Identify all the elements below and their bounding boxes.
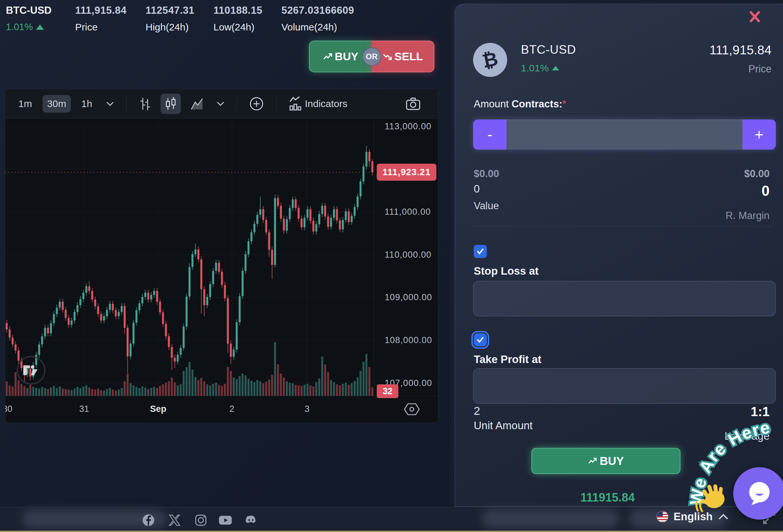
symbol: BTC-USD bbox=[6, 5, 52, 16]
buy-sell-toggle: BUY OR SELL bbox=[309, 41, 434, 72]
buy-toggle-label: BUY bbox=[335, 50, 358, 63]
discord-icon bbox=[244, 514, 258, 526]
discord-link[interactable] bbox=[242, 511, 260, 529]
chart-container: 1m 30m 1h Indicators 111,923.21 32 113,0… bbox=[5, 89, 438, 423]
chat-widget-button[interactable] bbox=[733, 467, 783, 520]
panel-price: 111,915.84 bbox=[710, 43, 772, 57]
chart-plot[interactable] bbox=[5, 119, 374, 396]
panel-price-label: Price bbox=[710, 63, 772, 75]
or-badge: OR bbox=[362, 47, 381, 66]
candles-style-button[interactable] bbox=[160, 94, 181, 114]
price-label: Price bbox=[75, 22, 127, 33]
language-label: English bbox=[674, 510, 713, 523]
toolbar-divider bbox=[276, 96, 277, 112]
chat-bubble-icon bbox=[744, 478, 775, 509]
candlestick-icon bbox=[164, 96, 178, 111]
bars-chart-icon bbox=[138, 97, 151, 111]
price-tick-label: 110,000.00 bbox=[385, 250, 432, 260]
price-axis[interactable]: 111,923.21 32 113,000.00112,000.00111,00… bbox=[374, 119, 438, 396]
close-icon bbox=[748, 10, 761, 23]
volume-label: Volume(24h) bbox=[281, 22, 354, 33]
panel-symbol: BTC-USD bbox=[521, 43, 576, 57]
plus-circle-icon bbox=[249, 96, 264, 112]
stop-loss-label: Stop Loss at bbox=[474, 265, 539, 277]
symbol-block: BTC-USD 1.01% bbox=[6, 5, 52, 33]
close-panel-button[interactable] bbox=[748, 10, 761, 25]
price-tick-label: 111,000.00 bbox=[385, 207, 431, 217]
timeframe-1m[interactable]: 1m bbox=[14, 95, 37, 112]
price-tick-label: 113,000.00 bbox=[385, 122, 432, 132]
amount-input[interactable] bbox=[506, 120, 742, 149]
btc-avatar: ₿ bbox=[473, 43, 507, 77]
stat-low: 110188.15 Low(24h) bbox=[214, 5, 262, 33]
style-dropdown[interactable] bbox=[213, 99, 228, 109]
take-profit-checkbox[interactable] bbox=[474, 333, 487, 346]
take-profit-input[interactable] bbox=[473, 368, 776, 404]
order-panel: ₿ BTC-USD 1.01% 111,915.84 Price Amount … bbox=[455, 4, 783, 507]
stat-price: 111,915.84 Price bbox=[75, 5, 127, 33]
toolbar-divider bbox=[237, 96, 237, 112]
increment-button[interactable]: + bbox=[742, 120, 776, 149]
low-value: 110188.15 bbox=[214, 5, 262, 16]
instagram-link[interactable] bbox=[192, 511, 210, 529]
chevron-down-icon bbox=[106, 101, 114, 106]
timeframe-1h[interactable]: 1h bbox=[77, 95, 97, 112]
instagram-icon bbox=[194, 514, 208, 527]
area-chart-icon bbox=[190, 97, 204, 111]
up-triangle-icon bbox=[36, 25, 44, 30]
time-tick-label: 30 bbox=[5, 404, 12, 414]
stop-loss-checkbox[interactable] bbox=[474, 245, 487, 258]
margin-usd: $0.00 bbox=[744, 168, 770, 180]
youtube-link[interactable] bbox=[216, 511, 234, 529]
bitcoin-icon: ₿ bbox=[480, 47, 500, 72]
indicators-icon bbox=[288, 96, 303, 111]
indicators-button[interactable]: Indicators bbox=[285, 94, 350, 114]
trend-up-icon bbox=[588, 457, 597, 465]
trend-down-icon bbox=[383, 53, 393, 60]
footer-bar: English bbox=[0, 507, 783, 532]
timeframe-30m[interactable]: 30m bbox=[42, 95, 71, 112]
facebook-link[interactable] bbox=[139, 511, 158, 529]
take-profit-label: Take Profit at bbox=[474, 353, 541, 366]
blurred-pill bbox=[481, 509, 619, 528]
bars-style-button[interactable] bbox=[135, 94, 155, 113]
time-tick-label: 2 bbox=[229, 404, 234, 414]
facebook-icon bbox=[142, 514, 155, 527]
axis-settings-button[interactable] bbox=[403, 402, 420, 418]
time-axis[interactable]: 3031Sep23 bbox=[5, 396, 438, 423]
value-usd: $0.00 bbox=[474, 168, 499, 180]
check-icon bbox=[476, 247, 484, 256]
compare-add-button[interactable] bbox=[245, 93, 268, 114]
indicators-label: Indicators bbox=[305, 98, 347, 109]
chart-toolbar: 1m 30m 1h Indicators bbox=[5, 89, 438, 119]
timeframe-dropdown[interactable] bbox=[102, 99, 118, 109]
decrement-button[interactable]: - bbox=[473, 120, 506, 149]
high-value: 112547.31 bbox=[146, 5, 194, 16]
volume-value: 5267.03166609 bbox=[281, 5, 354, 16]
value-qty: 0 bbox=[474, 183, 480, 199]
divider bbox=[473, 226, 772, 227]
buy-submit-button[interactable]: BUY bbox=[531, 448, 681, 474]
unit-amount-value: 2 bbox=[474, 404, 480, 419]
youtube-icon bbox=[218, 514, 232, 526]
stop-loss-input[interactable] bbox=[473, 281, 776, 316]
ticker-header: BTC-USD 1.01% 111,915.84 Price 112547.31… bbox=[6, 5, 354, 33]
toolbar-divider bbox=[126, 96, 126, 112]
price-tick-label: 108,000.00 bbox=[385, 335, 432, 345]
margin-qty: 0 bbox=[762, 183, 770, 199]
time-tick-label: 31 bbox=[79, 404, 89, 414]
volume-tag: 32 bbox=[377, 384, 398, 398]
bottom-accent-line bbox=[0, 531, 783, 532]
screenshot-button[interactable] bbox=[402, 94, 424, 114]
x-twitter-link[interactable] bbox=[165, 511, 184, 529]
chevron-up-icon bbox=[718, 513, 729, 520]
sell-toggle-label: SELL bbox=[395, 50, 423, 63]
hexagon-settings-icon bbox=[403, 402, 420, 417]
price-value: 111,915.84 bbox=[75, 5, 127, 16]
current-price-text: 111915.84 bbox=[455, 491, 760, 504]
language-selector[interactable]: English bbox=[657, 510, 729, 523]
time-tick-label: Sep bbox=[150, 404, 166, 414]
required-asterisk: * bbox=[562, 98, 566, 110]
area-style-button[interactable] bbox=[187, 94, 207, 113]
tradingview-watermark[interactable] bbox=[17, 356, 45, 385]
